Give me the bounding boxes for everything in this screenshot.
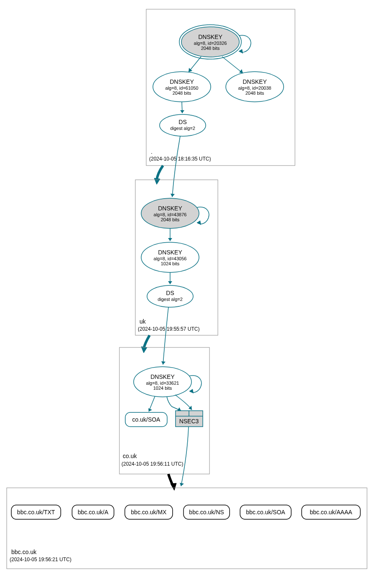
zone-couk-ts: (2024-10-05 19:56:11 UTC) [121, 461, 183, 467]
svg-point-17 [160, 114, 206, 136]
svg-text:bbc.co.uk/NS: bbc.co.uk/NS [189, 509, 224, 515]
svg-text:1024 bits: 1024 bits [161, 261, 180, 266]
zone-bbc: bbc.co.uk (2024-10-05 19:56:21 UTC) bbc.… [7, 488, 367, 569]
edge-nsec3-to-bbc [181, 427, 189, 486]
svg-marker-33 [168, 238, 172, 241]
svg-text:DNSKEY: DNSKEY [170, 78, 194, 85]
svg-text:DNSKEY: DNSKEY [198, 34, 222, 40]
svg-text:digest alg=2: digest alg=2 [158, 297, 183, 302]
svg-text:bbc.co.uk/SOA: bbc.co.uk/SOA [246, 509, 285, 515]
edge-ds-to-uk-ksk [172, 136, 180, 197]
edge-root-to-uk-zone [157, 166, 163, 180]
zone-uk-name: uk [140, 318, 146, 325]
zone-root-ts: (2024-10-05 18:16:35 UTC) [149, 156, 211, 162]
node-couk-key: DNSKEY alg=8, id=33621 1024 bits [134, 367, 191, 397]
svg-text:NSEC3: NSEC3 [179, 418, 199, 425]
svg-text:bbc.co.uk/MX: bbc.co.uk/MX [131, 509, 167, 515]
svg-text:bbc.co.uk/A: bbc.co.uk/A [78, 509, 109, 515]
svg-text:2048 bits: 2048 bits [246, 91, 264, 96]
zone-bbc-ts: (2024-10-05 19:56:21 UTC) [10, 557, 71, 562]
node-couk-soa: co.uk/SOA [125, 412, 167, 427]
zone-uk: uk (2024-10-05 19:55:57 UTC) DNSKEY alg=… [135, 180, 218, 335]
node-root-ksk: DNSKEY alg=8, id=20326 2048 bits [179, 25, 241, 59]
svg-marker-20 [180, 110, 184, 113]
node-bbc-ns: bbc.co.uk/NS [184, 505, 230, 519]
edge-ksk-zsk2 [222, 57, 243, 73]
svg-marker-21 [154, 178, 160, 184]
svg-text:DNSKEY: DNSKEY [243, 78, 267, 85]
svg-marker-56 [180, 483, 184, 486]
svg-text:alg=8, id=33621: alg=8, id=33621 [146, 381, 179, 386]
svg-point-34 [147, 285, 193, 307]
zone-couk: co.uk (2024-10-05 19:56:11 UTC) DNSKEY a… [119, 347, 209, 474]
node-bbc-a: bbc.co.uk/A [72, 505, 114, 519]
svg-text:digest alg=2: digest alg=2 [170, 126, 195, 131]
svg-marker-6 [239, 49, 243, 54]
node-uk-ds: DS digest alg=2 [147, 285, 193, 307]
svg-marker-39 [161, 361, 165, 365]
node-bbc-aaaa: bbc.co.uk/AAAA [302, 505, 360, 519]
svg-text:2048 bits: 2048 bits [161, 217, 180, 222]
node-uk-ksk: DNSKEY alg=8, id=43876 2048 bits [141, 198, 199, 228]
svg-text:DNSKEY: DNSKEY [158, 205, 182, 212]
zone-uk-ts: (2024-10-05 19:55:57 UTC) [138, 326, 199, 332]
svg-text:bbc.co.uk/AAAA: bbc.co.uk/AAAA [310, 509, 352, 515]
svg-text:DNSKEY: DNSKEY [150, 373, 175, 380]
svg-marker-22 [171, 194, 175, 197]
svg-text:alg=8, id=61050: alg=8, id=61050 [165, 85, 199, 91]
svg-marker-45 [189, 389, 194, 394]
node-root-zsk2: DNSKEY alg=8, id=20038 2048 bits [226, 72, 284, 102]
svg-text:DS: DS [178, 119, 186, 125]
zone-root-name: . [151, 148, 153, 155]
node-bbc-mx: bbc.co.uk/MX [125, 505, 173, 519]
svg-text:alg=8, id=20326: alg=8, id=20326 [194, 41, 227, 46]
svg-text:co.uk/SOA: co.uk/SOA [132, 416, 161, 423]
node-root-ds: DS digest alg=2 [160, 114, 206, 136]
svg-text:alg=8, id=20038: alg=8, id=20038 [238, 85, 271, 91]
svg-text:alg=8, id=43056: alg=8, id=43056 [154, 256, 187, 261]
svg-text:alg=8, id=43876: alg=8, id=43876 [154, 212, 187, 217]
edge-uk-to-couk-zone [144, 335, 150, 349]
zone-bbc-name: bbc.co.uk [11, 549, 37, 555]
svg-text:bbc.co.uk/TXT: bbc.co.uk/TXT [17, 509, 55, 515]
svg-text:DS: DS [166, 290, 174, 296]
svg-marker-37 [168, 281, 172, 284]
svg-marker-28 [197, 220, 201, 225]
svg-text:1024 bits: 1024 bits [153, 386, 172, 391]
node-root-zsk1: DNSKEY alg=8, id=61050 2048 bits [153, 72, 211, 102]
svg-marker-55 [171, 483, 176, 490]
node-bbc-txt: bbc.co.uk/TXT [11, 505, 61, 519]
zone-root: . (2024-10-05 18:16:35 UTC) DNSKEY alg=8… [146, 9, 295, 166]
svg-text:DNSKEY: DNSKEY [158, 249, 182, 256]
edge-ukds-to-couk-key [163, 307, 168, 365]
svg-marker-16 [239, 69, 243, 73]
edge-couk-nsec3b [175, 395, 192, 410]
svg-text:2048 bits: 2048 bits [201, 46, 220, 51]
node-couk-nsec3: NSEC3 [176, 411, 203, 427]
zone-couk-name: co.uk [123, 453, 137, 459]
node-bbc-soa: bbc.co.uk/SOA [240, 505, 291, 519]
node-uk-zsk: DNSKEY alg=8, id=43056 1024 bits [141, 242, 199, 272]
svg-text:2048 bits: 2048 bits [173, 91, 191, 96]
